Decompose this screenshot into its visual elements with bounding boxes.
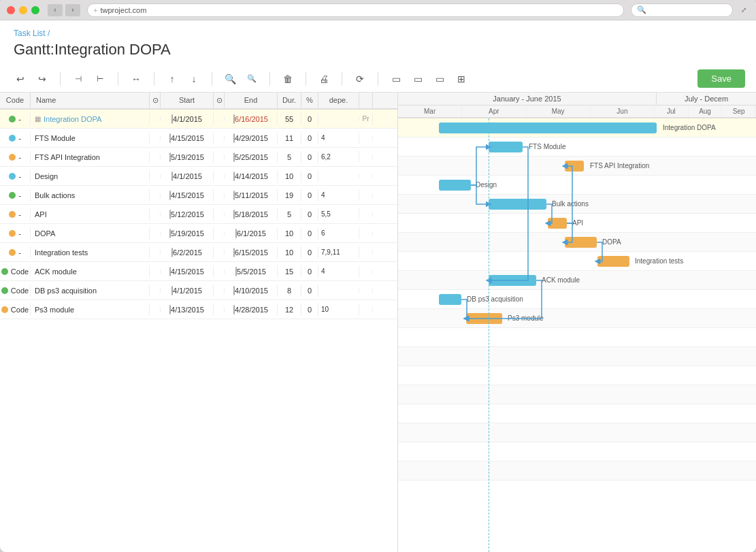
cell-name[interactable]: FTS API Integration [31,151,150,163]
link-button[interactable]: ↔ [127,70,146,88]
cell-extra [359,231,373,236]
date-checkbox[interactable] [169,210,171,219]
table-row[interactable]: - ▦ Integration DOPA 4/1/2015 6/16/2015 … [0,110,397,129]
date-checkbox[interactable] [169,305,171,314]
delete-button[interactable]: 🗑 [278,70,297,88]
breadcrumb[interactable]: Task List / [14,29,742,38]
cell-sort2 [214,270,225,274]
cell-name[interactable]: Ps3 module [31,304,150,316]
cell-code: - [0,246,31,259]
th-sort1[interactable]: ⊙ [150,93,161,108]
table-row[interactable]: Code Ps3 module 4/13/2015 4/28/2015 12 0… [0,300,397,319]
cell-pct: 0 [301,246,318,259]
toolbar-separator-4 [212,72,212,86]
cell-code: - [0,132,31,144]
undo-button[interactable]: ↩ [11,70,30,88]
date-checkbox[interactable] [171,286,173,295]
redo-button[interactable]: ↪ [33,70,52,88]
cell-name[interactable]: DB ps3 acquisition [31,285,150,297]
cell-name[interactable]: Bulk actions [31,189,150,201]
table-row[interactable]: - DOPA 5/19/2015 6/1/2015 10 0 6 [0,224,397,243]
cell-dep [318,117,359,121]
undo-redo-group: ↩ ↪ [11,70,52,88]
close-button[interactable] [7,6,15,14]
cell-name[interactable]: DOPA [31,227,150,240]
gantt-table: Code Name ⊙ Start ⊙ End Dur. % depe. - ▦… [0,93,398,552]
chart-row [398,118,756,137]
cell-extra [359,212,373,216]
cell-end: 4/28/2015 [225,304,278,316]
back-button[interactable]: ‹ [48,4,63,16]
th-sort2[interactable]: ⊙ [214,93,225,108]
chart-row-empty [398,404,756,423]
folder-icon: ▦ [35,115,41,123]
cell-dep: 7,9,11 [318,246,359,258]
chart-row-empty [398,328,756,347]
week-label: Jul [655,105,689,117]
date-checkbox[interactable] [169,152,171,162]
chart-row [398,271,756,290]
print-button[interactable]: 🖨 [314,70,333,88]
cell-end: 4/10/2015 [225,285,278,297]
cell-dep: 6,2 [318,151,359,163]
cell-name[interactable]: ▦ Integration DOPA [31,113,150,125]
cell-code: Code [0,265,31,278]
move-up-button[interactable]: ↑ [163,70,182,88]
cell-name[interactable]: API [31,208,150,221]
toolbar-separator-7 [342,72,342,86]
table-row[interactable]: - Integration tests 6/2/2015 6/15/2015 1… [0,243,397,262]
date-checkbox[interactable] [169,133,171,143]
move-down-button[interactable]: ↓ [184,70,203,88]
cell-dep: 4 [318,132,359,144]
date-checkbox[interactable] [169,229,171,238]
view-group: ▭ ▭ ▭ ⊞ [387,70,471,88]
status-dot [9,154,16,161]
view-2-button[interactable]: ▭ [408,70,427,88]
forward-button[interactable]: › [65,4,80,16]
date-checkbox[interactable] [169,267,171,276]
zoom-in-button[interactable]: 🔍 [242,70,261,88]
date-checkbox[interactable] [171,172,173,181]
zoom-out-button[interactable]: 🔍 [220,70,240,88]
table-row[interactable]: - Design 4/1/2015 4/14/2015 10 0 [0,167,397,186]
address-bar[interactable]: + twproject.com [87,3,624,17]
search-bar[interactable]: 🔍 [631,3,733,17]
table-row[interactable]: - Bulk actions 4/15/2015 5/11/2015 19 0 … [0,186,397,205]
table-row[interactable]: Code ACK module 4/15/2015 5/5/2015 15 0 … [0,262,397,281]
table-row[interactable]: - FTS Module 4/15/2015 4/29/2015 11 0 4 [0,129,397,148]
cell-name[interactable]: ACK module [31,265,150,278]
date-checkbox[interactable] [171,114,173,124]
cell-code: Code [0,285,31,297]
view-3-button[interactable]: ▭ [430,70,449,88]
cell-dep [318,289,359,293]
date-checkbox[interactable] [171,248,173,257]
maximize-button[interactable] [31,6,39,14]
cell-sort1 [150,289,161,293]
chart-row [398,176,756,195]
table-row[interactable]: - FTS API Integration 5/19/2015 5/25/201… [0,148,397,167]
cell-dep: 4 [318,189,359,201]
cell-start: 4/15/2015 [161,132,214,144]
indent-right-button[interactable]: ⊢ [91,70,110,88]
expand-icon[interactable]: ⤢ [738,5,749,16]
status-dot [9,230,16,237]
save-button[interactable]: Save [697,69,745,88]
chart-row [398,309,756,328]
indent-left-button[interactable]: ⊣ [69,70,88,88]
cell-code: - [0,113,31,125]
cell-sort1 [150,174,161,178]
minimize-button[interactable] [19,6,27,14]
cell-name[interactable]: Design [31,170,150,182]
status-dot [1,306,8,313]
view-expand-button[interactable]: ⊞ [452,70,471,88]
cell-name[interactable]: Integration tests [31,246,150,259]
view-1-button[interactable]: ▭ [387,70,406,88]
table-row[interactable]: - API 5/12/2015 5/18/2015 5 0 5,5 [0,205,397,224]
chart-row [398,157,756,176]
share-button[interactable]: ⟳ [350,70,369,88]
cell-name[interactable]: FTS Module [31,132,150,144]
date-checkbox[interactable] [169,191,171,200]
cell-sort2 [214,193,225,197]
table-row[interactable]: Code DB ps3 acquisition 4/1/2015 4/10/20… [0,281,397,300]
cell-sort2 [214,231,225,236]
